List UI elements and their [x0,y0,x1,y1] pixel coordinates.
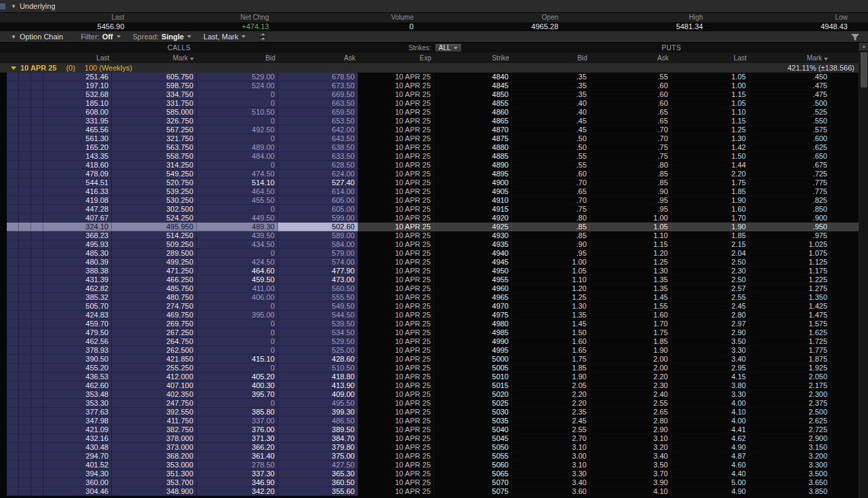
strike-cell[interactable]: 4975 [434,311,512,320]
call-bid-cell[interactable]: 434.50 [197,240,278,249]
put-ask-cell[interactable]: .60 [590,81,671,90]
put-ask-cell[interactable]: 1.00 [590,214,671,223]
call-mark-cell[interactable]: 469.750 [112,311,197,320]
spinner-down-button[interactable] [259,37,267,41]
call-ask-cell[interactable]: 555.50 [278,293,358,302]
strike-cell[interactable]: 5055 [434,452,512,461]
call-last-cell[interactable]: 459.70 [43,320,112,328]
put-last-cell[interactable]: 3.40 [671,355,749,364]
put-last-cell[interactable]: 1.00 [671,81,749,90]
strike-cell[interactable]: 4965 [434,293,512,302]
option-row[interactable]: 485.30289.5000579.0010 APR 254940.951.20… [0,249,859,258]
call-last-cell[interactable]: 304.46 [43,487,112,496]
call-ask-cell[interactable]: 534.50 [278,328,358,337]
put-mark-cell[interactable]: 2.900 [749,434,831,443]
call-last-cell[interactable]: 544.51 [43,178,112,187]
call-mark-cell[interactable]: 269.750 [112,320,197,328]
call-bid-cell[interactable]: 0 [197,320,278,328]
strike-cell[interactable]: 5005 [434,364,512,372]
put-ask-cell[interactable]: 3.90 [590,478,671,487]
put-mark-cell[interactable]: .475 [749,90,831,99]
put-ask-cell[interactable]: 1.35 [590,275,671,284]
call-ask-cell[interactable]: 539.50 [278,320,358,328]
put-bid-cell[interactable]: 2.35 [512,408,590,417]
call-ask-cell[interactable]: 399.30 [278,408,358,417]
put-mark-cell[interactable]: .975 [749,231,831,240]
put-last-cell[interactable]: 4.00 [671,417,749,425]
put-ask-cell[interactable]: 1.70 [590,320,671,328]
put-ask-cell[interactable]: .75 [590,152,671,161]
call-last-cell[interactable]: 436.53 [43,372,112,381]
call-mark-cell[interactable]: 368.200 [112,452,197,461]
call-mark-cell[interactable]: 524.250 [112,214,197,223]
put-mark-cell[interactable]: 2.625 [749,417,831,425]
call-last-cell[interactable]: 431.39 [43,275,112,284]
put-mark-cell[interactable]: 2.500 [749,408,831,417]
scrollbar-thumb[interactable] [861,52,867,88]
put-bid-cell[interactable]: 3.40 [512,478,590,487]
put-bid-cell[interactable]: .35 [512,73,590,81]
call-ask-cell[interactable]: 477.90 [278,267,358,275]
option-row[interactable]: 165.20563.750489.00638.5010 APR 254880.5… [0,143,859,152]
call-last-cell[interactable]: 561.30 [43,134,112,143]
call-last-cell[interactable]: 143.35 [43,152,112,161]
call-mark-cell[interactable]: 378.000 [112,434,197,443]
put-ask-cell[interactable]: 1.20 [590,249,671,258]
call-last-cell[interactable]: 479.50 [43,328,112,337]
put-mark-cell[interactable]: .775 [749,178,831,187]
put-mark-cell[interactable]: 1.025 [749,240,831,249]
put-bid-cell[interactable]: 1.90 [512,372,590,381]
put-last-cell[interactable]: 4.15 [671,372,749,381]
put-bid-cell[interactable]: .50 [512,143,590,152]
call-bid-cell[interactable]: 439.50 [197,231,278,240]
put-ask-cell[interactable]: 3.40 [590,452,671,461]
put-last-cell[interactable]: 2.15 [671,240,749,249]
call-mark-cell[interactable]: 351.300 [112,470,197,478]
option-row[interactable]: 304.46348.900342.20355.6010 APR 2550753.… [0,487,859,496]
call-bid-cell[interactable]: 455.50 [197,196,278,205]
strike-cell[interactable]: 5060 [434,461,512,470]
put-ask-cell[interactable]: .85 [590,178,671,187]
put-bid-cell[interactable]: 1.20 [512,284,590,293]
call-last-cell[interactable]: 455.20 [43,364,112,372]
option-row[interactable]: 455.20255.2500510.5010 APR 2550051.852.0… [0,364,859,372]
put-ask-cell[interactable]: .95 [590,196,671,205]
put-mark-cell[interactable]: 2.300 [749,390,831,399]
put-mark-cell[interactable]: .850 [749,205,831,214]
put-bid-cell[interactable]: 1.65 [512,346,590,355]
call-bid-cell[interactable]: 0 [197,117,278,126]
put-last-cell[interactable]: 2.45 [671,302,749,311]
call-last-cell[interactable]: 388.38 [43,267,112,275]
call-mark-cell[interactable]: 267.250 [112,328,197,337]
call-bid-cell[interactable]: 0 [197,90,278,99]
option-row[interactable]: 390.50421.850415.10428.6010 APR 2550001.… [0,355,859,364]
strike-cell[interactable]: 4875 [434,134,512,143]
option-row[interactable]: 447.28302.5000605.0010 APR 254915.75.951… [0,205,859,214]
put-bid-cell[interactable]: 1.45 [512,320,590,328]
put-ask-cell[interactable]: .65 [590,108,671,117]
call-ask-cell[interactable]: 663.50 [278,99,358,108]
put-bid-cell[interactable]: 2.45 [512,417,590,425]
put-last-cell[interactable]: 1.44 [671,161,749,170]
strike-cell[interactable]: 4845 [434,81,512,90]
call-last-cell[interactable]: 608.00 [43,108,112,117]
call-mark-cell[interactable]: 302.500 [112,205,197,214]
option-row[interactable]: 324.10495.950489.30502.6010 APR 254925.8… [0,223,859,231]
call-ask-cell[interactable]: 379.80 [278,443,358,452]
call-ask-cell[interactable]: 418.80 [278,372,358,381]
option-row[interactable]: 421.09382.750376.00389.5010 APR 2550402.… [0,425,859,434]
option-row[interactable]: 419.08530.250455.50605.0010 APR 254910.7… [0,196,859,205]
strike-cell[interactable]: 5020 [434,390,512,399]
spread-dropdown[interactable]: Spread: Single [133,33,192,41]
put-last-cell[interactable]: 3.80 [671,381,749,390]
put-mark-cell[interactable]: 3.850 [749,487,831,496]
call-ask-cell[interactable]: 584.00 [278,240,358,249]
put-bid-cell[interactable]: 1.30 [512,302,590,311]
put-last-cell[interactable]: 2.55 [671,293,749,302]
put-ask-cell[interactable]: 1.25 [590,258,671,267]
option-row[interactable]: 459.70269.7500539.5010 APR 2549801.451.7… [0,320,859,328]
put-last-cell[interactable]: 2.80 [671,311,749,320]
put-mark-cell[interactable]: 1.875 [749,355,831,364]
put-mark-cell[interactable]: 3.150 [749,443,831,452]
put-last-cell[interactable]: 4.41 [671,425,749,434]
